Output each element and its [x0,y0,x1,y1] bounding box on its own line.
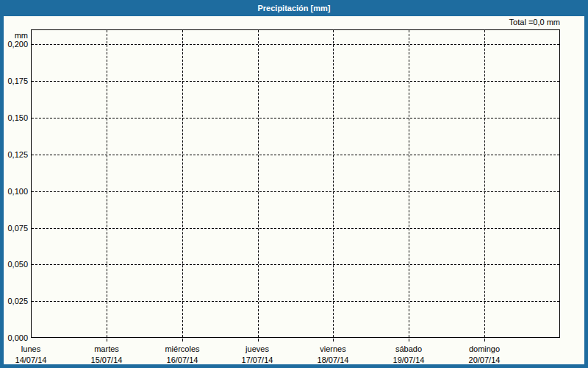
y-tick-label: 0,050 [0,260,28,269]
y-tick-label: 0,075 [0,224,28,233]
chart-title: Precipitación [mm] [257,4,330,13]
y-tick-label: 0,150 [0,113,28,122]
y-tick-label: 0,125 [0,150,28,159]
gridline-vertical [258,30,259,337]
x-day-label: domingo [446,344,523,354]
x-tick-mark [182,339,183,342]
y-tick-label: 0,200 [0,40,28,49]
y-tick-label: 0,175 [0,77,28,85]
gridline-horizontal [32,228,559,229]
y-tick-label: 0,100 [0,187,28,196]
x-day-label: jueves [219,344,295,354]
x-day-label: sábado [370,344,447,354]
plot-area [31,29,560,338]
chart-window: Precipitación [mm] Total =0,0 mm mm 0,20… [0,0,588,368]
x-tick-mark [409,339,409,342]
gridline-horizontal [32,301,559,302]
chart-title-bar: Precipitación [mm] [0,0,588,16]
gridline-horizontal [32,191,559,192]
x-day-label: lunes [0,344,69,354]
gridline-vertical [484,30,485,337]
x-date-label: 15/07/14 [68,355,145,365]
gridline-vertical [107,30,107,337]
x-day-label: martes [68,344,145,354]
gridline-horizontal [32,264,559,265]
x-date-label: 18/07/14 [295,355,371,365]
x-tick-mark [333,339,334,342]
gridline-horizontal [32,44,559,45]
x-date-label: 20/07/14 [446,355,523,365]
gridline-vertical [182,30,183,337]
gridline-horizontal [32,81,559,82]
y-axis-unit-label: mm [0,31,28,40]
x-day-label: viernes [295,344,371,354]
x-day-label: miércoles [144,344,220,354]
x-date-label: 19/07/14 [370,355,447,365]
x-tick-mark [484,339,485,342]
y-tick-label: 0,025 [0,297,28,305]
y-tick-label: 0,000 [0,333,28,342]
x-date-label: 17/07/14 [219,355,295,365]
total-annotation: Total =0,0 mm [413,18,560,26]
gridline-horizontal [32,118,559,118]
x-tick-mark [258,339,259,342]
gridline-horizontal [32,155,559,155]
gridline-vertical [409,30,409,337]
x-tick-mark [107,339,107,342]
gridline-vertical [333,30,334,337]
x-date-label: 16/07/14 [144,355,220,365]
x-date-label: 14/07/14 [0,355,69,365]
